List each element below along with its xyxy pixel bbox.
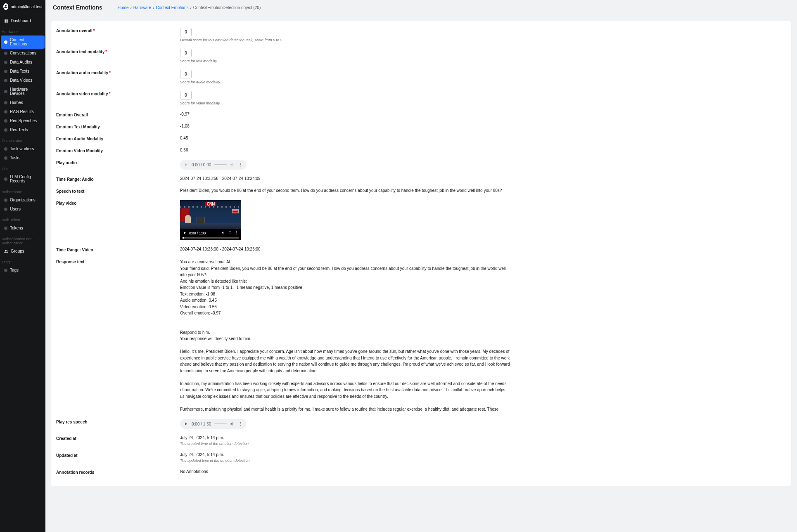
label-annotation-records: Annotation records: [56, 469, 180, 475]
row-annotation-records: Annotation records No Annotations: [56, 466, 786, 478]
label-play-video: Play video: [56, 200, 180, 206]
video-player[interactable]: CNN 0:00 / 1:00: [180, 200, 241, 240]
breadcrumb-home[interactable]: Home: [118, 5, 129, 10]
sidebar-item-llm-config-records[interactable]: LLM Config Records: [0, 173, 45, 186]
sidebar-item-res-speeches[interactable]: Res Speeches: [0, 116, 45, 125]
sidebar-item-users[interactable]: Users: [0, 205, 45, 214]
value-updated-at: July 24, 2024, 5:14 p.m.: [180, 452, 224, 457]
help-annotation-video: Score for video modality.: [180, 101, 786, 105]
label-time-range-video: Time Range: Video: [56, 247, 180, 252]
volume-icon[interactable]: [230, 421, 235, 426]
play-icon[interactable]: [183, 421, 188, 426]
breadcrumb: Home › Hardware › Context Emotions › Con…: [118, 5, 261, 10]
label-annotation-overall: Annotation overall*: [56, 28, 180, 33]
sidebar-item-label: Data Audios: [10, 60, 32, 64]
dot-icon: [4, 90, 7, 93]
content-body: Annotation overall* Overall score for th…: [45, 15, 797, 532]
input-annotation-overall[interactable]: [180, 28, 192, 36]
value-response-text: You are a conversational AI. Your friend…: [180, 259, 510, 412]
sidebar-item-hardware-devices[interactable]: Hardware Devices: [0, 85, 45, 98]
breadcrumb-hardware[interactable]: Hardware: [133, 5, 151, 10]
fullscreen-icon[interactable]: [228, 231, 232, 236]
form-card: Annotation overall* Overall score for th…: [51, 21, 791, 486]
row-play-audio: Play audio 0:00 / 0:00: [56, 156, 786, 173]
breadcrumb-sep: ›: [190, 5, 191, 10]
label-annotation-video: Annotation video modality*: [56, 91, 180, 96]
sidebar-item-label: Res Texts: [10, 128, 28, 132]
sidebar-item-data-videos[interactable]: Data Videos: [0, 76, 45, 85]
sidebar-item-dashboard[interactable]: Dashboard: [0, 17, 45, 26]
svg-point-2: [240, 166, 241, 167]
dot-icon: [4, 208, 7, 211]
sidebar-item-label: LLM Config Records: [10, 175, 43, 183]
video-frame: CNN: [180, 200, 241, 229]
svg-point-0: [240, 163, 241, 164]
play-icon[interactable]: [183, 162, 188, 167]
sidebar-item-groups[interactable]: Groups: [0, 247, 45, 256]
sidebar-item-label: Tags: [10, 268, 19, 272]
help-created-at: The created time of the emotion detectio…: [180, 442, 786, 446]
topbar: Context Emotions Home › Hardware › Conte…: [45, 0, 797, 15]
row-annotation-overall: Annotation overall* Overall score for th…: [56, 24, 786, 45]
sidebar-user[interactable]: admin@local.test: [0, 0, 45, 13]
value-time-range-audio: 2024-07-24 10:23:56 - 2024-07-24 10:24:0…: [180, 176, 786, 181]
audio-time: 0:00 / 0:00: [192, 163, 211, 167]
breadcrumb-sep: ›: [153, 5, 154, 10]
label-updated-at: Updated at: [56, 452, 180, 458]
sidebar-item-conversations[interactable]: Conversations: [0, 49, 45, 58]
dot-icon: [4, 61, 7, 64]
value-emotion-text: -1.08: [180, 124, 786, 128]
required-mark: *: [93, 28, 95, 33]
input-annotation-audio[interactable]: [180, 70, 192, 78]
sidebar-item-tags[interactable]: Tags: [0, 266, 45, 275]
sidebar-item-data-audios[interactable]: Data Audios: [0, 58, 45, 67]
sidebar-item-organizations[interactable]: Organizations: [0, 196, 45, 205]
sidebar-item-res-texts[interactable]: Res Texts: [0, 125, 45, 135]
sidebar-item-label: Data Texts: [10, 69, 29, 73]
kebab-icon[interactable]: [238, 162, 243, 167]
value-annotation-records: No Annotations: [180, 469, 786, 474]
audio-track[interactable]: [214, 164, 227, 165]
sidebar-user-name: admin@local.test: [11, 5, 43, 9]
kebab-icon[interactable]: [238, 421, 243, 426]
sidebar-item-homes[interactable]: Homes: [0, 98, 45, 107]
sidebar-item-label: Hardware Devices: [10, 87, 43, 96]
row-annotation-audio: Annotation audio modality* Score for aud…: [56, 66, 786, 87]
audio-track[interactable]: [214, 423, 227, 424]
sidebar-item-tasks[interactable]: Tasks: [0, 154, 45, 163]
input-annotation-video[interactable]: [180, 91, 192, 99]
audio-player[interactable]: 0:00 / 0:00: [180, 160, 247, 170]
required-mark: *: [105, 50, 107, 54]
svg-point-4: [236, 232, 237, 233]
sidebar-item-label: RAG Results: [10, 110, 34, 114]
sidebar-item-data-texts[interactable]: Data Texts: [0, 67, 45, 76]
sidebar-item-context-emotions[interactable]: Context Emotions: [1, 35, 45, 49]
person-icon: [3, 4, 8, 9]
res-speech-player[interactable]: 0:00 / 1:50: [180, 419, 247, 429]
kebab-icon[interactable]: [235, 231, 239, 236]
play-icon[interactable]: [183, 231, 187, 236]
input-annotation-text[interactable]: [180, 49, 192, 57]
dot-icon: [4, 70, 7, 73]
help-annotation-text: Score for text modality.: [180, 59, 786, 63]
label-emotion-overall: Emotion Overall: [56, 112, 180, 117]
volume-icon[interactable]: [230, 162, 235, 167]
value-emotion-audio: 0.45: [180, 136, 786, 140]
sidebar-item-rag-results[interactable]: RAG Results: [0, 107, 45, 116]
row-emotion-overall: Emotion Overall -0.97: [56, 109, 786, 121]
row-created-at: Created at July 24, 2024, 5:14 p.m. The …: [56, 432, 786, 449]
label-annotation-audio: Annotation audio modality*: [56, 70, 180, 75]
sidebar-item-task-workers[interactable]: Task workers: [0, 144, 45, 154]
required-mark: *: [109, 71, 111, 75]
page-title: Context Emotions: [53, 4, 102, 11]
sidebar-item-tokens[interactable]: Tokens: [0, 224, 45, 233]
sidebar-section-auth-token: Auth Token: [0, 214, 45, 224]
monitor-prop: [197, 217, 205, 223]
svg-point-5: [236, 234, 237, 234]
video-seek-bar[interactable]: [183, 237, 239, 239]
volume-icon[interactable]: [221, 231, 225, 236]
label-emotion-audio: Emotion Audio Modality: [56, 136, 180, 141]
breadcrumb-current: ContextEmotionDetection object (20): [193, 5, 261, 10]
breadcrumb-context-emotions[interactable]: Context Emotions: [156, 5, 189, 10]
sidebar-item-label: Tasks: [10, 156, 21, 160]
